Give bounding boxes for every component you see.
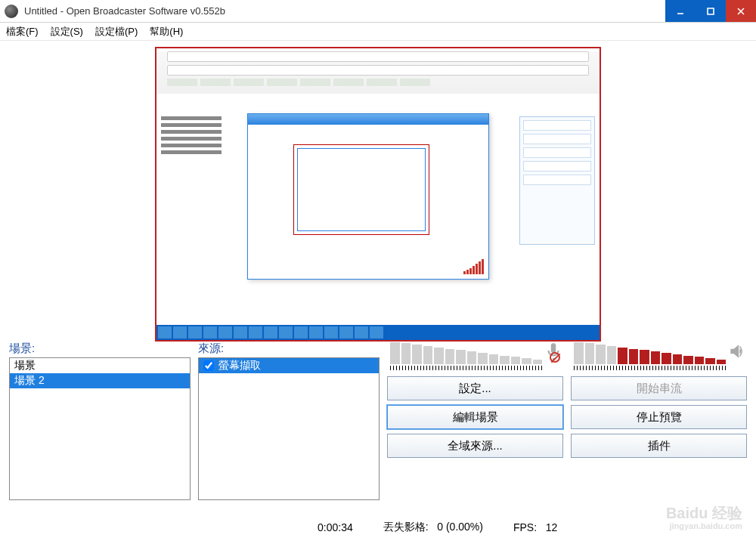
preview-browser-chrome xyxy=(156,51,600,97)
source-item[interactable]: 螢幕擷取 xyxy=(199,358,379,373)
window-controls xyxy=(665,0,756,22)
meter-bar xyxy=(401,343,411,364)
close-button[interactable] xyxy=(726,0,756,22)
menu-settings[interactable]: 設定(S) xyxy=(51,25,83,39)
meter-bar xyxy=(695,357,705,364)
meter-bar xyxy=(574,342,584,364)
meter-bar xyxy=(662,353,671,364)
source-checkbox[interactable] xyxy=(203,360,214,371)
meter-bar xyxy=(705,358,715,364)
meter-bar xyxy=(434,348,444,364)
preview-taskbar xyxy=(156,325,600,340)
scenes-label: 場景: xyxy=(9,342,191,356)
source-label: 螢幕擷取 xyxy=(218,359,261,372)
menu-file[interactable]: 檔案(F) xyxy=(6,25,39,39)
meter-bar xyxy=(467,351,477,364)
preview-frame[interactable] xyxy=(155,47,601,342)
scene-item[interactable]: 場景 2 xyxy=(10,373,190,388)
desktop-meter[interactable] xyxy=(571,342,747,372)
menubar: 檔案(F) 設定(S) 設定檔(P) 幫助(H) xyxy=(0,23,756,41)
button-grid: 設定... 開始串流 編輯場景 停止預覽 全域來源... 插件 xyxy=(387,376,747,458)
status-timer: 0:00:34 xyxy=(318,521,353,533)
status-dropped: 丟失影格: 0 (0.00%) xyxy=(383,521,483,534)
meter-bar xyxy=(673,354,683,364)
maximize-button[interactable] xyxy=(696,0,726,22)
mute-icon xyxy=(550,352,560,363)
meter-bar xyxy=(489,354,499,364)
meter-bar xyxy=(629,349,639,364)
meter-bar xyxy=(640,350,649,364)
scene-item[interactable]: 場景 xyxy=(10,358,190,373)
preview-area xyxy=(0,41,756,342)
meter-bar xyxy=(511,357,521,364)
sources-listbox[interactable]: 螢幕擷取 xyxy=(198,357,380,500)
minimize-button[interactable] xyxy=(665,0,696,22)
stop-preview-button[interactable]: 停止預覽 xyxy=(571,405,747,429)
preview-content xyxy=(156,94,600,325)
settings-button[interactable]: 設定... xyxy=(387,376,563,400)
app-icon xyxy=(5,5,18,18)
mic-meter[interactable] xyxy=(387,342,563,372)
meter-bar xyxy=(478,353,488,364)
meter-bar xyxy=(596,345,606,364)
meter-bar xyxy=(533,360,543,364)
speaker-icon xyxy=(727,342,747,361)
meter-bar xyxy=(651,351,661,364)
start-stream-button[interactable]: 開始串流 xyxy=(571,376,747,400)
statusbar: 0:00:34 丟失影格: 0 (0.00%) FPS: 12 xyxy=(0,518,756,536)
lower-panels: 場景: 場景場景 2 來源: 螢幕擷取 設定... 開始串流 編輯場景 停止預覽… xyxy=(0,342,756,500)
meter-bar xyxy=(522,358,531,364)
audio-meters xyxy=(387,342,747,372)
scenes-panel: 場景: 場景場景 2 xyxy=(9,342,191,500)
sources-label: 來源: xyxy=(198,342,380,356)
scenes-listbox[interactable]: 場景場景 2 xyxy=(9,357,191,500)
titlebar: Untitled - Open Broadcaster Software v0.… xyxy=(0,0,756,23)
controls-panel: 設定... 開始串流 編輯場景 停止預覽 全域來源... 插件 xyxy=(387,342,747,500)
edit-scene-button[interactable]: 編輯場景 xyxy=(387,405,563,429)
status-fps: FPS: 12 xyxy=(513,521,557,533)
menu-help[interactable]: 幫助(H) xyxy=(150,25,183,39)
meter-bar xyxy=(717,360,727,364)
meter-bar xyxy=(618,348,627,364)
meter-bar xyxy=(500,356,510,364)
window-title: Untitled - Open Broadcaster Software v0.… xyxy=(24,5,665,17)
meter-bar xyxy=(423,346,433,364)
meter-bar xyxy=(456,350,466,364)
sources-panel: 來源: 螢幕擷取 xyxy=(198,342,380,500)
meter-bar xyxy=(683,356,693,364)
meter-bar xyxy=(390,342,400,364)
global-sources-button[interactable]: 全域來源... xyxy=(387,434,563,458)
meter-bar xyxy=(585,343,595,364)
meter-bar xyxy=(445,349,455,364)
meter-bar xyxy=(412,345,422,364)
preview-nested-window xyxy=(247,113,489,280)
plugins-button[interactable]: 插件 xyxy=(571,434,747,458)
menu-profiles[interactable]: 設定檔(P) xyxy=(95,25,138,39)
meter-bar xyxy=(607,346,617,364)
